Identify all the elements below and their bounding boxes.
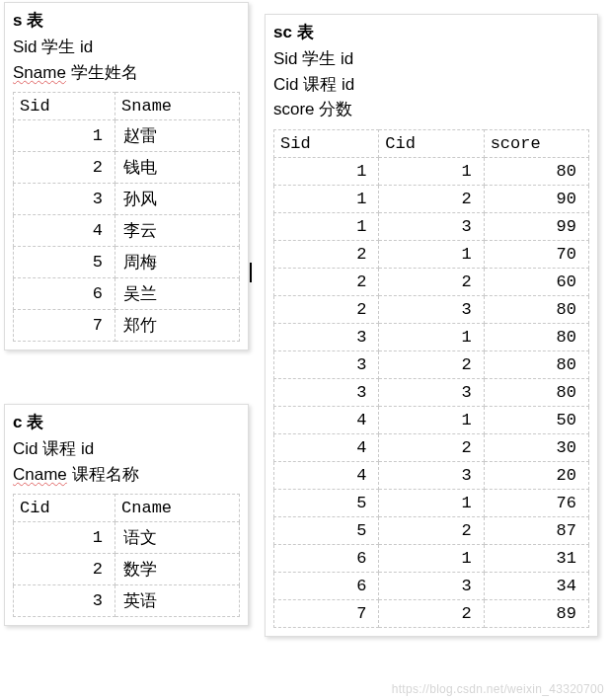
c-desc-cname-val: 课程名称 <box>67 465 139 484</box>
s-title: s 表 <box>13 9 240 32</box>
table-cell: 数学 <box>115 554 240 585</box>
table-cell: 2 <box>274 240 379 268</box>
table-row: 6131 <box>274 544 589 572</box>
table-cell: 赵雷 <box>115 120 240 152</box>
s-desc-sname-key: Sname <box>13 63 66 82</box>
table-cell: 2 <box>14 554 115 585</box>
table-cell: 1 <box>379 489 484 516</box>
c-table-block: c 表 Cid 课程 id Cname 课程名称 Cid Cname 1语文2数… <box>4 404 249 626</box>
table-row: 3280 <box>274 350 589 378</box>
sc-col-sid: Sid <box>274 129 379 157</box>
sc-table: Sid Cid score 11801290139921702260238031… <box>273 129 589 628</box>
table-row: 2数学 <box>14 554 240 585</box>
table-row: 7289 <box>274 599 589 627</box>
table-cell: 孙风 <box>115 184 240 215</box>
sc-table-head-row: Sid Cid score <box>274 129 589 157</box>
table-cell: 1 <box>274 185 379 212</box>
c-desc-cid-val: 课程 id <box>38 439 95 458</box>
s-desc-sname: Sname 学生姓名 <box>13 61 240 86</box>
table-row: 4李云 <box>14 215 240 247</box>
table-row: 6334 <box>274 572 589 599</box>
table-cell: 李云 <box>115 215 240 247</box>
table-cell: 99 <box>484 212 588 240</box>
table-cell: 2 <box>274 295 379 323</box>
table-cell: 34 <box>484 572 588 599</box>
table-row: 3380 <box>274 378 589 406</box>
table-cell: 76 <box>484 489 588 516</box>
table-cell: 3 <box>379 572 484 599</box>
table-cell: 80 <box>484 323 588 350</box>
table-cell: 郑竹 <box>115 310 240 342</box>
sc-desc-cid: Cid 课程 id <box>273 73 589 98</box>
sc-desc-sid-val: 学生 id <box>298 49 354 68</box>
table-row: 4230 <box>274 433 589 461</box>
s-desc-sid: Sid 学生 id <box>13 36 240 60</box>
sc-col-score: score <box>484 129 588 157</box>
s-col-sname: Sname <box>115 93 240 120</box>
table-row: 3孙风 <box>14 184 240 215</box>
sc-desc-sid-key: Sid <box>273 49 298 68</box>
sc-desc-cid-key: Cid <box>273 75 299 94</box>
table-cell: 70 <box>484 240 588 268</box>
table-cell: 钱电 <box>115 152 240 184</box>
table-cell: 1 <box>14 120 115 152</box>
table-row: 5176 <box>274 489 589 516</box>
sc-desc-score: score 分数 <box>273 98 589 122</box>
table-cell: 3 <box>379 295 484 323</box>
table-row: 3180 <box>274 323 589 350</box>
table-cell: 7 <box>14 310 115 342</box>
table-row: 1赵雷 <box>14 120 240 152</box>
table-row: 2260 <box>274 268 589 295</box>
table-cell: 语文 <box>115 522 240 554</box>
sc-col-cid: Cid <box>379 129 484 157</box>
table-cell: 1 <box>274 212 379 240</box>
table-cell: 87 <box>484 516 588 544</box>
table-cell: 60 <box>484 268 588 295</box>
watermark-text: https://blog.csdn.net/weixin_43320700 <box>392 682 604 696</box>
table-cell: 1 <box>274 157 379 185</box>
table-row: 2170 <box>274 240 589 268</box>
table-cell: 30 <box>484 433 588 461</box>
table-cell: 50 <box>484 406 588 433</box>
table-cell: 3 <box>274 323 379 350</box>
s-table: Sid Sname 1赵雷2钱电3孙风4李云5周梅6吴兰7郑竹 <box>13 92 240 342</box>
table-cell: 5 <box>274 489 379 516</box>
table-cell: 1 <box>379 323 484 350</box>
table-cell: 4 <box>274 406 379 433</box>
table-cell: 31 <box>484 544 588 572</box>
table-row: 5周梅 <box>14 247 240 278</box>
table-cell: 周梅 <box>115 247 240 278</box>
table-cell: 3 <box>274 350 379 378</box>
table-cell: 吴兰 <box>115 278 240 310</box>
table-row: 3英语 <box>14 585 240 617</box>
s-header: s 表 Sid 学生 id Sname 学生姓名 <box>5 3 248 90</box>
s-col-sid: Sid <box>14 93 115 120</box>
c-desc-cname: Cname 课程名称 <box>13 463 240 488</box>
table-cell: 2 <box>379 185 484 212</box>
table-cell: 1 <box>379 157 484 185</box>
sc-desc-score-val: 分数 <box>315 100 353 118</box>
table-cell: 3 <box>379 212 484 240</box>
sc-desc-score-key: score <box>273 100 315 118</box>
sc-table-block: sc 表 Sid 学生 id Cid 课程 id score 分数 Sid Ci… <box>265 14 598 637</box>
c-header: c 表 Cid 课程 id Cname 课程名称 <box>5 405 248 492</box>
s-desc-sname-val: 学生姓名 <box>66 63 138 82</box>
table-cell: 2 <box>379 433 484 461</box>
c-title: c 表 <box>13 411 240 433</box>
table-cell: 4 <box>274 433 379 461</box>
table-cell: 2 <box>274 268 379 295</box>
table-row: 2钱电 <box>14 152 240 184</box>
table-row: 1290 <box>274 185 589 212</box>
table-cell: 7 <box>274 599 379 627</box>
sc-desc-sid: Sid 学生 id <box>273 47 589 72</box>
table-cell: 80 <box>484 350 588 378</box>
table-cell: 1 <box>379 240 484 268</box>
table-cell: 2 <box>14 152 115 184</box>
table-row: 5287 <box>274 516 589 544</box>
table-cell: 5 <box>14 247 115 278</box>
c-desc-cid-key: Cid <box>13 439 38 458</box>
table-cell: 3 <box>379 461 484 489</box>
table-row: 1语文 <box>14 522 240 554</box>
sc-desc-cid-val: 课程 id <box>299 75 355 94</box>
table-row: 7郑竹 <box>14 310 240 342</box>
